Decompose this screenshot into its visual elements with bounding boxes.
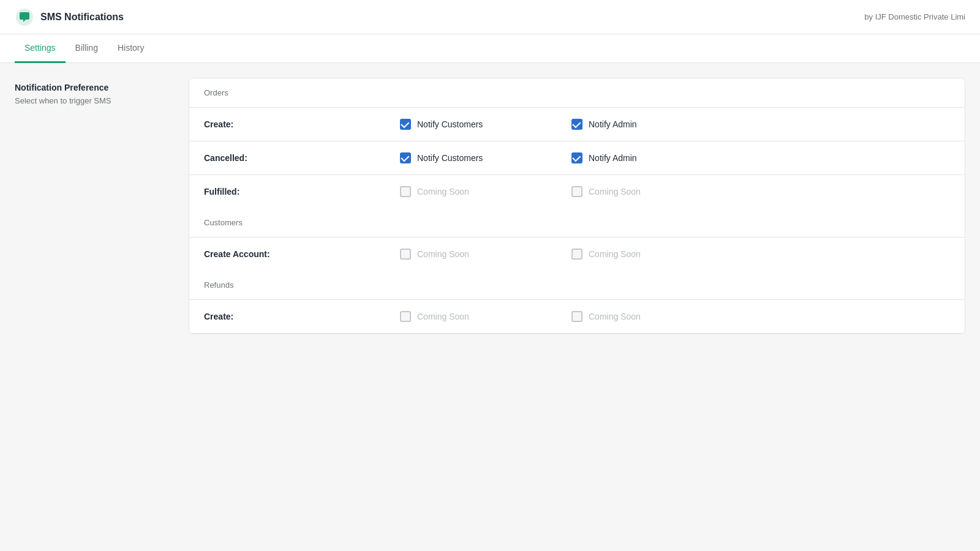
notify-customers-orders-cancelled[interactable]: Notify Customers bbox=[400, 152, 522, 163]
notify-customers-create-account: Coming Soon bbox=[400, 249, 522, 260]
app-logo-icon bbox=[15, 7, 34, 27]
checkbox-notify-admin-refunds-create bbox=[571, 311, 582, 322]
checkbox-notify-customers-refunds-create bbox=[400, 311, 411, 322]
row-orders-fulfilled: Fulfilled: Coming Soon Coming Soon bbox=[189, 174, 965, 208]
sidebar: Notification Preference Select when to t… bbox=[15, 78, 174, 334]
notify-admin-orders-cancelled[interactable]: Notify Admin bbox=[571, 152, 694, 163]
notify-customers-orders-create-label: Notify Customers bbox=[417, 119, 483, 129]
tab-settings[interactable]: Settings bbox=[15, 34, 66, 63]
app-header-left: SMS Notifications bbox=[15, 7, 124, 27]
notify-admin-orders-create-label: Notify Admin bbox=[589, 119, 637, 129]
row-label-refunds-create: Create: bbox=[204, 312, 400, 321]
checkbox-notify-admin-create-account bbox=[571, 249, 582, 260]
row-label-orders-fulfilled: Fulfilled: bbox=[204, 187, 400, 197]
notify-customers-orders-fulfilled-label: Coming Soon bbox=[417, 187, 469, 197]
row-label-orders-cancelled: Cancelled: bbox=[204, 153, 400, 163]
notify-admin-create-account-label: Coming Soon bbox=[589, 249, 641, 259]
tab-billing[interactable]: Billing bbox=[66, 34, 108, 63]
notify-customers-orders-fulfilled: Coming Soon bbox=[400, 186, 522, 197]
row-refunds-create: Create: Coming Soon Coming Soon bbox=[189, 299, 965, 333]
tab-navigation: Settings Billing History bbox=[0, 34, 980, 63]
checkbox-notify-customers-orders-fulfilled bbox=[400, 186, 411, 197]
row-label-orders-create: Create: bbox=[204, 119, 400, 129]
notify-admin-create-account: Coming Soon bbox=[571, 249, 694, 260]
main-content: Notification Preference Select when to t… bbox=[0, 63, 980, 349]
row-options-orders-create: Notify Customers Notify Admin bbox=[400, 119, 950, 130]
notify-admin-orders-fulfilled: Coming Soon bbox=[571, 186, 694, 197]
app-vendor: by IJF Domestic Private Limi bbox=[864, 12, 965, 21]
section-header-refunds: Refunds bbox=[189, 271, 965, 299]
notify-admin-orders-fulfilled-label: Coming Soon bbox=[589, 187, 641, 197]
bottom-divider bbox=[189, 333, 965, 334]
row-label-customers-create-account: Create Account: bbox=[204, 249, 400, 259]
section-header-orders: Orders bbox=[189, 78, 965, 107]
sidebar-description: Select when to trigger SMS bbox=[15, 96, 174, 105]
notify-admin-orders-cancelled-label: Notify Admin bbox=[589, 153, 637, 163]
notify-customers-create-account-label: Coming Soon bbox=[417, 249, 469, 259]
row-options-orders-fulfilled: Coming Soon Coming Soon bbox=[400, 186, 950, 197]
notify-admin-orders-create[interactable]: Notify Admin bbox=[571, 119, 694, 130]
row-options-refunds-create: Coming Soon Coming Soon bbox=[400, 311, 950, 322]
notify-admin-refunds-create-label: Coming Soon bbox=[589, 312, 641, 321]
notify-admin-refunds-create: Coming Soon bbox=[571, 311, 694, 322]
app-title: SMS Notifications bbox=[40, 12, 124, 23]
checkbox-notify-customers-orders-create[interactable] bbox=[400, 119, 411, 130]
app-header: SMS Notifications by IJF Domestic Privat… bbox=[0, 0, 980, 34]
sidebar-title: Notification Preference bbox=[15, 83, 174, 92]
tab-history[interactable]: History bbox=[108, 34, 154, 63]
row-options-orders-cancelled: Notify Customers Notify Admin bbox=[400, 152, 950, 163]
checkbox-notify-admin-orders-cancelled[interactable] bbox=[571, 152, 582, 163]
notify-customers-refunds-create-label: Coming Soon bbox=[417, 312, 469, 321]
checkbox-notify-admin-orders-create[interactable] bbox=[571, 119, 582, 130]
checkbox-notify-customers-orders-cancelled[interactable] bbox=[400, 152, 411, 163]
checkbox-notify-admin-orders-fulfilled bbox=[571, 186, 582, 197]
row-orders-cancelled: Cancelled: Notify Customers Notify Admin bbox=[189, 141, 965, 174]
notify-customers-orders-create[interactable]: Notify Customers bbox=[400, 119, 522, 130]
row-orders-create: Create: Notify Customers Notify Admin bbox=[189, 107, 965, 141]
settings-panel: Orders Create: Notify Customers Notify A… bbox=[189, 78, 965, 334]
checkbox-notify-customers-create-account bbox=[400, 249, 411, 260]
notify-customers-refunds-create: Coming Soon bbox=[400, 311, 522, 322]
row-options-customers-create-account: Coming Soon Coming Soon bbox=[400, 249, 950, 260]
row-customers-create-account: Create Account: Coming Soon Coming Soon bbox=[189, 237, 965, 271]
section-header-customers: Customers bbox=[189, 208, 965, 237]
notify-customers-orders-cancelled-label: Notify Customers bbox=[417, 153, 483, 163]
